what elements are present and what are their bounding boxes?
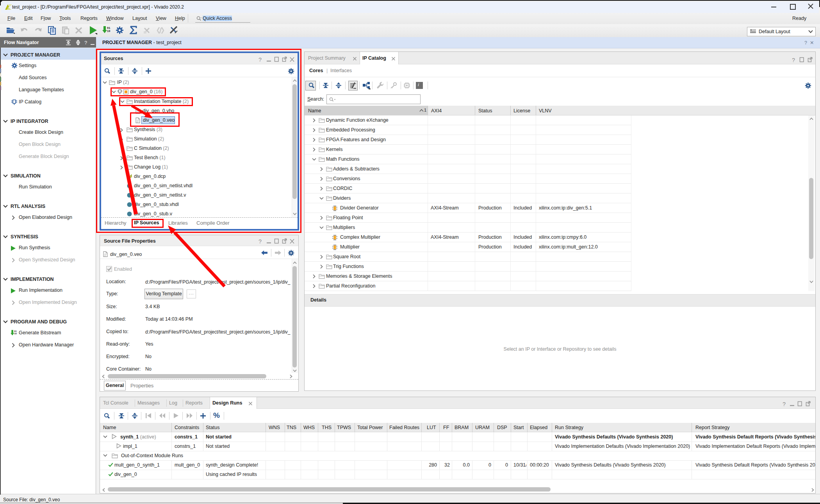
svg-text:?: ?	[258, 238, 262, 245]
svg-text:10: 10	[14, 333, 16, 335]
svg-text:01: 01	[14, 330, 16, 333]
svg-text:01: 01	[107, 27, 110, 30]
svg-text:10: 10	[107, 30, 110, 33]
svg-text:?: ?	[792, 57, 795, 63]
svg-text:?: ?	[783, 401, 786, 407]
svg-text:?: ?	[84, 40, 87, 46]
